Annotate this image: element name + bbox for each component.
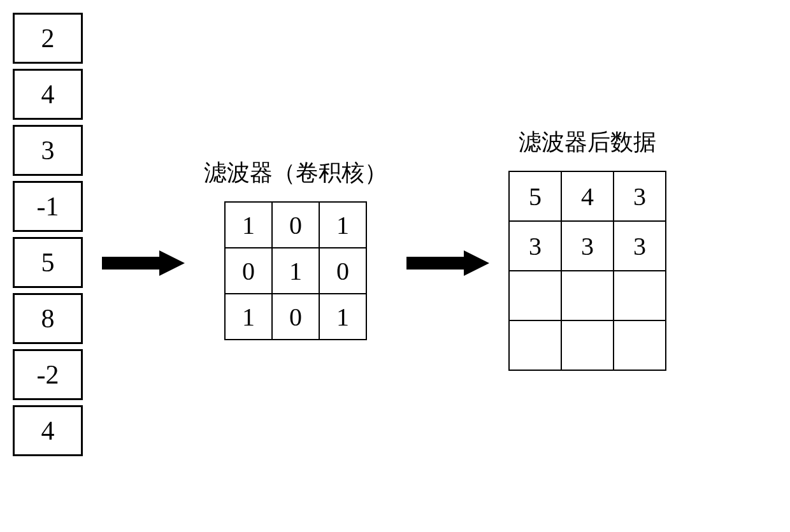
- output-cell: [561, 320, 614, 370]
- filter-cell: 1: [225, 294, 272, 340]
- filter-section: 滤波器（卷积核） 1 0 1 0 1 0 1 0 1: [204, 157, 387, 340]
- output-cell: [614, 271, 666, 320]
- arrow-icon: [406, 250, 489, 276]
- output-cell: [509, 271, 561, 320]
- output-cell: [509, 320, 561, 370]
- vector-cell: -1: [13, 181, 83, 232]
- vector-cell: 4: [13, 405, 83, 456]
- filter-cell: 1: [319, 202, 366, 248]
- output-section: 滤波器后数据 5 4 3 3 3 3: [508, 127, 666, 371]
- output-cell: [614, 320, 666, 370]
- vector-cell: 5: [13, 237, 83, 288]
- output-cell: 3: [561, 221, 614, 271]
- filter-cell: 0: [319, 248, 366, 294]
- output-cell: 5: [509, 171, 561, 221]
- output-label: 滤波器后数据: [519, 127, 656, 158]
- filter-cell: 0: [225, 248, 272, 294]
- vector-cell: 4: [13, 69, 83, 120]
- vector-cell: 3: [13, 125, 83, 176]
- output-cell: 4: [561, 171, 614, 221]
- svg-marker-1: [406, 250, 489, 276]
- output-cell: 3: [614, 221, 666, 271]
- filter-cell: 0: [272, 202, 319, 248]
- output-cell: 3: [509, 221, 561, 271]
- filter-cell: 1: [319, 294, 366, 340]
- filter-label: 滤波器（卷积核）: [204, 157, 387, 189]
- output-cell: 3: [614, 171, 666, 221]
- filter-cell: 1: [225, 202, 272, 248]
- filter-cell: 0: [272, 294, 319, 340]
- vector-cell: 8: [13, 293, 83, 344]
- filter-grid: 1 0 1 0 1 0 1 0 1: [224, 201, 367, 340]
- svg-marker-0: [102, 250, 185, 276]
- vector-cell: -2: [13, 349, 83, 400]
- filter-cell: 1: [272, 248, 319, 294]
- arrow-icon: [102, 250, 185, 276]
- input-vector: 2 4 3 -1 5 8 -2 4: [13, 13, 83, 456]
- output-grid: 5 4 3 3 3 3: [508, 171, 666, 371]
- diagram-container: 2 4 3 -1 5 8 -2 4 滤波器（卷积核） 1 0 1 0 1 0 1: [13, 13, 777, 456]
- output-cell: [561, 271, 614, 320]
- vector-cell: 2: [13, 13, 83, 64]
